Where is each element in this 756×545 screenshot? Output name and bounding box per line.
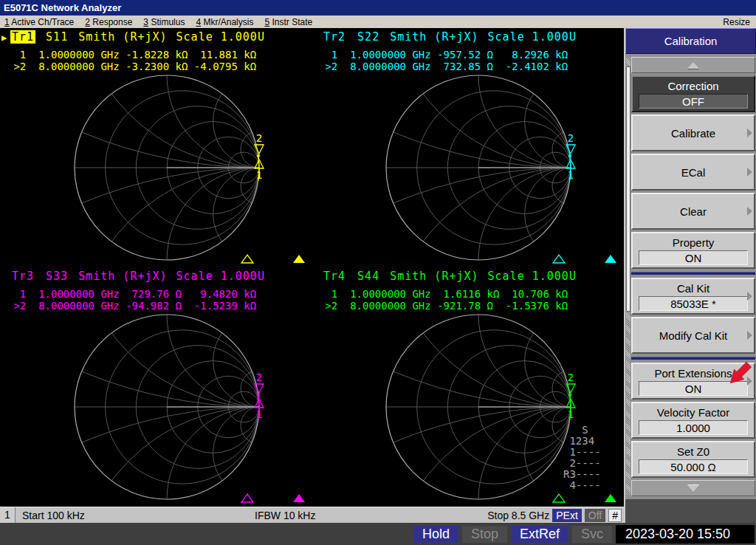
softkey-set-z0[interactable]: Set Z0 50.000 Ω [631, 441, 755, 478]
hold-state-badge: Hold [413, 526, 458, 543]
scroll-up-icon [687, 62, 699, 69]
port-extension-status-badge: PExt [552, 509, 582, 522]
trace1-parameter: S11 [46, 30, 68, 44]
submenu-arrow-icon [747, 377, 752, 385]
chart-grid: 21 Tr1S11Smith (R+jX)Scale 1.000U 1 1.00… [0, 28, 624, 507]
softkey-scrollbar-thumb[interactable] [626, 66, 630, 312]
trace3-marker1-readout: 1 1.0000000 GHz 729.76 Ω 9.4820 kΩ [7, 288, 256, 300]
submenu-arrow-icon [747, 168, 752, 176]
scroll-down-icon [687, 485, 699, 492]
correction-off-badge: Off [585, 509, 605, 522]
trace1-marker2-readout: >2 8.0000000 GHz -3.2300 kΩ -4.0795 kΩ [7, 61, 256, 72]
trace3-smith-chart: 21 Tr3S33Smith (R+jX)Scale 1.000U 1 1.00… [0, 267, 312, 507]
menu-instr-state[interactable]: 5 Instr State [264, 17, 312, 27]
softkey-cal-kit[interactable]: Cal Kit 85033E * [631, 278, 755, 315]
instrument-display: 21 Tr1S11Smith (R+jX)Scale 1.000U 1 1.00… [0, 28, 624, 523]
correction-state: OFF [639, 94, 748, 109]
menu-active-ch-trace[interactable]: 1 Active Ch/Trace [4, 17, 74, 27]
softkey-scrollbar[interactable] [626, 58, 630, 495]
svg-text:2: 2 [568, 132, 574, 144]
trace2-parameter: S22 [357, 30, 379, 44]
channel-number: 1 [0, 507, 16, 523]
submenu-arrow-icon [747, 207, 752, 216]
softkey-correction[interactable]: Correction OFF [631, 75, 755, 112]
svc-state-badge: Svc [572, 526, 612, 543]
trace1-format: Smith (R+jX) [78, 30, 167, 44]
trace2-marker1-readout: 1 1.0000000 GHz -957.52 Ω 8.2926 kΩ [319, 49, 568, 61]
trace4-parameter: S44 [357, 270, 379, 283]
trace4-marker1-readout: 1 1.0000000 GHz 1.6116 kΩ 10.706 kΩ [319, 288, 568, 300]
trace4-name[interactable]: Tr4 [322, 270, 347, 283]
window-title: E5071C Network Analyzer [4, 2, 121, 13]
svg-text:2: 2 [568, 371, 574, 383]
svg-text:2: 2 [256, 132, 262, 144]
trace4-marker2-readout: >2 8.0000000 GHz -921.78 Ω -1.5376 kΩ [319, 300, 568, 312]
menu-separator [631, 272, 755, 275]
trace1-scale: Scale 1.000U [176, 30, 265, 44]
menu-bar: 1 Active Ch/Trace 2 Response 3 Stimulus … [0, 16, 756, 28]
trace3-format: Smith (R+jX) [78, 270, 167, 283]
trace2-name[interactable]: Tr2 [322, 30, 347, 44]
svg-text:1: 1 [568, 408, 574, 420]
cal-kit-value: 85033E * [639, 296, 748, 311]
sparameter-matrix-legend: S 1234 1---- 2----R3---- 4---- [563, 425, 601, 491]
submenu-arrow-icon [747, 331, 752, 340]
trace4-format: Smith (R+jX) [390, 270, 478, 283]
start-frequency: Start 100 kHz [22, 510, 85, 521]
menu-stimulus[interactable]: 3 Stimulus [143, 17, 185, 27]
menu-resize[interactable]: Resize [723, 17, 750, 27]
trace2-marker2-readout: >2 8.0000000 GHz 732.85 Ω -2.4102 kΩ [319, 61, 568, 72]
softkey-ecal[interactable]: ECal [631, 154, 755, 191]
softkey-port-extensions[interactable]: Port Extensions ON [631, 363, 755, 400]
window-title-bar: E5071C Network Analyzer [0, 0, 756, 16]
softkey-menu-title: Calibration [625, 28, 756, 54]
stop-frequency: Stop 8.5 GHz [487, 510, 549, 521]
softkey-clear[interactable]: Clear [631, 193, 755, 230]
channel-status-bar: 1 Start 100 kHz IFBW 10 kHz Stop 8.5 GHz… [0, 507, 624, 523]
trace2-format: Smith (R+jX) [390, 30, 478, 44]
submenu-arrow-icon [747, 128, 752, 137]
z0-value: 50.000 Ω [639, 459, 748, 474]
softkey-scroll-down-button[interactable] [631, 480, 755, 496]
trace2-smith-chart: 21 Tr2S22Smith (R+jX)Scale 1.000U 1 1.00… [312, 28, 624, 267]
extref-state-badge: ExtRef [511, 526, 568, 543]
softkey-scroll-up-button[interactable] [631, 57, 755, 73]
trace3-name[interactable]: Tr3 [10, 270, 35, 283]
port-extensions-state: ON [639, 381, 748, 396]
svg-text:1: 1 [256, 408, 262, 420]
softkey-property[interactable]: Property ON [631, 232, 755, 269]
trace3-marker2-readout: >2 8.0000000 GHz -94.982 Ω -1.5239 kΩ [7, 300, 256, 312]
active-trace-icon [1, 30, 10, 44]
stop-state-badge: Stop [462, 526, 507, 543]
trace1-smith-chart: 21 Tr1S11Smith (R+jX)Scale 1.000U 1 1.00… [0, 28, 312, 267]
svg-text:1: 1 [568, 169, 574, 181]
property-state: ON [639, 250, 748, 265]
trace2-scale: Scale 1.000U [488, 30, 577, 44]
menu-separator [631, 357, 755, 360]
softkey-panel-footer [625, 499, 756, 523]
instrument-state-bar: Hold Stop ExtRef Svc 2023-03-20 15:50 [0, 523, 756, 545]
trace4-scale: Scale 1.000U [488, 270, 577, 283]
softkey-modify-cal-kit[interactable]: Modify Cal Kit [631, 317, 755, 354]
softkey-calibrate[interactable]: Calibrate [631, 114, 755, 151]
trace3-scale: Scale 1.000U [176, 270, 265, 283]
softkey-velocity-factor[interactable]: Velocity Factor 1.0000 [631, 402, 755, 439]
softkey-panel: Calibration Correction OFF Calibrate ECa… [624, 28, 756, 523]
menu-mkr-analysis[interactable]: 4 Mkr/Analysis [196, 17, 253, 27]
submenu-arrow-icon [747, 292, 752, 301]
trace3-parameter: S33 [46, 270, 68, 283]
datetime-display: 2023-03-20 15:50 [616, 525, 755, 544]
trace1-name[interactable]: Tr1 [10, 30, 35, 44]
velocity-factor-value: 1.0000 [639, 420, 748, 435]
ifbw-readout: IFBW 10 kHz [255, 510, 315, 521]
svg-text:2: 2 [256, 371, 262, 383]
menu-response[interactable]: 2 Response [85, 17, 132, 27]
trace1-marker1-readout: 1 1.0000000 GHz -1.8228 kΩ 11.881 kΩ [7, 49, 256, 61]
hash-badge: # [608, 509, 622, 522]
svg-text:1: 1 [256, 169, 262, 181]
